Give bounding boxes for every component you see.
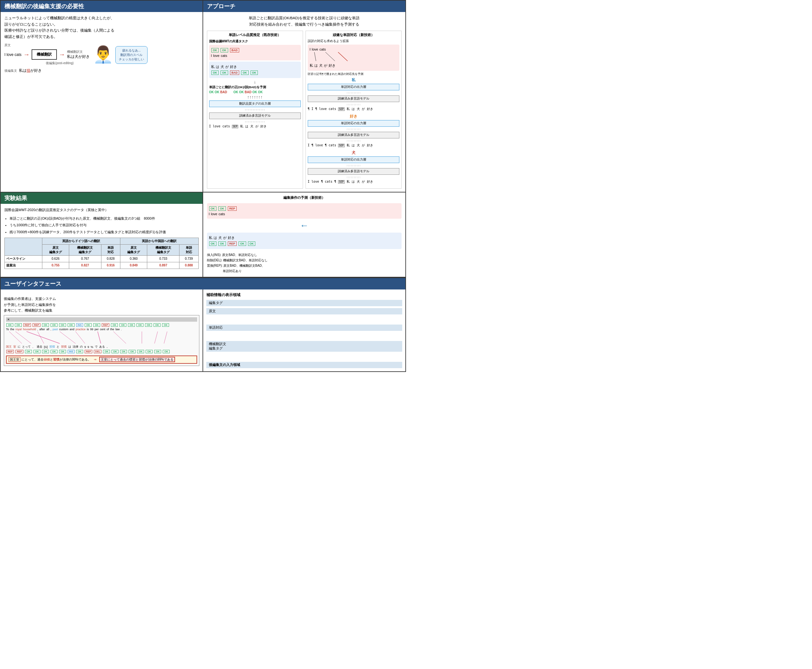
ep-tgt-ok4: OK [248,242,256,246]
th-src-zh: 原文編集タグ [121,244,147,255]
post-edit-row: 後編集文 私は猫が好き [4,68,90,73]
bullet-2: うち1000件に対して独自に人手で単語対応を付与 [10,222,199,228]
svg-line-0 [314,52,316,61]
experiment-description: 国際会議WMT-2020の翻訳品質推定タスクのデータ（英独と英中） [4,207,199,213]
output-box-3: 単語対応の出力層 [308,156,399,163]
tgt-word-3: 犬 [221,64,224,69]
svg-line-3 [9,331,22,343]
info-spacer-1 [206,316,403,323]
info-edittag: 編集タグ [206,300,403,306]
mockup-src-words: To the royal household , after all , pas… [6,328,197,331]
input-2: I ¶ love ¶ cats SEP 私 は 犬 が 好き [308,143,399,148]
tgt-word-2: は [216,64,219,69]
existing-tech-title: 単語レベル品質推定（既存技術） [209,33,301,37]
edit-input-area[interactable]: 国王室にとって、過去習慣と習慣が法律の99%である。 ⇒ 王室にとって過去の慣習… [6,356,197,364]
proposed-v4: 0.849 [121,262,147,269]
qe-section-title: 単語ごとに翻訳の正(OK)/誤(BAD)を予測 [209,85,301,89]
table-header-de: 英語からドイツ語への翻訳 [42,238,120,244]
svg-line-9 [97,331,101,343]
arrows-3: ↑↑↑↑↑↑↑↑↑↑ [308,91,399,94]
tgt-words-row: 私 は 犬 が 好き [211,64,299,69]
svg-line-12 [154,331,158,343]
mt-box: 機械翻訳 [32,49,57,60]
output-box-2: 単語対応の出力層 [308,120,399,127]
new-tech-watashi: 私 単語対応の出力層 ↑↑↑↑↑↑↑↑↑↑ 訓練済み多言語モデル ↑↑↑↑↑↑↑… [308,77,399,111]
svg-line-2 [338,52,347,61]
mt-output-area: 機械翻訳文 私は犬が好き [67,50,90,59]
baseline-v3: 0.828 [101,255,120,262]
new-tech-src-tgt: I love cats 私 は 犬 [308,45,399,71]
model-box-3: 訓練済み多言語モデル [308,168,399,175]
result-arrow: ⇒ [94,358,96,361]
diagram-left: 原文 I love cats → 機械翻訳 → 機械翻訳文 私は犬が好き 後編集… [4,43,90,73]
ep-tgt-ok1: OK [209,242,217,246]
okbad-src: OK OK BAD [209,91,227,94]
tgt-word-4: が [225,64,229,69]
output-layer-box: 翻訳品質タグの出力層 [209,101,301,107]
prediction-note: 区切り記号¶で囲まれた単語の対応先を予測 [308,72,399,76]
info-tango: 単語対応 [206,324,403,331]
src-word-love: love [213,54,220,57]
baseline-v6: 0.739 [180,255,198,262]
new-tech-col: 頑健な単語対応（新技術） 誤訳の対応も求めるよう拡張 I love cats [305,31,402,189]
experiment-content: 国際会議WMT-2020の翻訳品質推定タスクのデータ（英独と英中） 単語ごとに翻… [1,204,203,272]
info-spacer-2 [206,333,403,339]
arrow-right-2: → [59,51,65,58]
person-icon: 👨‍💼 [93,46,113,62]
ui-section: ユーザインタフェース 後編集の作業者は、支援システム が予測した単語対応と編集操… [1,277,405,371]
arrow-down-2: ↑↑↑↑↑↑↑ [209,94,301,99]
src-tag-ok2: OK [221,48,228,52]
mockup-header: ✕ [6,317,197,322]
info-items: 編集タグ 原文 単語対応 機械翻訳文編集タグ 後編集文の入力領域 [206,300,403,368]
approach-columns: 単語レベル品質推定（既存技術） 国際会議WMTの共通タスク OK OK BAD … [207,31,402,189]
panel-right-top: アプローチ 単語ごとに翻訳品質(OK/BAD)を推定する技術と誤りに頑健な単語 … [203,1,406,192]
svg-line-1 [325,52,335,61]
connection-lines [6,331,183,344]
row-name-proposed: 提案法 [5,262,42,269]
ui-inner: ユーザインタフェース 後編集の作業者は、支援システム が予測した単語対応と編集操… [1,278,405,371]
up-arrows-1: ↑↑↑↑↑↑↑↑↑↑↑↑↑ [209,108,301,111]
new-tech-subtitle: 誤訳の対応も求めるよう拡張 [308,39,399,43]
table-row-baseline: ベースライン 0.626 0.767 0.828 0.360 0.733 0.7… [5,255,199,262]
tgt-tag-ok2: OK [221,71,228,75]
panel-right-mid: 編集操作の予測（新技術） OK OK REP I love cats [203,192,406,277]
up-arrows-2: ↑↑↑↑↑↑↑↑↑↑↑↑↑ [209,120,301,124]
tgt-tag-bad: BAD [230,71,240,75]
svg-line-4 [15,331,31,343]
left-top-content: ニューラルネットによって機械翻訳の精度は大きく向上したが、 誤りがゼロになること… [1,12,203,76]
src-tag-bad: BAD [230,48,240,52]
big-left-arrow: ← [207,220,402,231]
row-name-baseline: ベースライン [5,255,42,262]
src-tags-row: OK OK BAD [211,48,299,53]
ep-tgt-rep: REP [228,242,237,246]
mockup-ja-words: 国王 室 に とって 、 過去 [G] 習慣 と 習慣 は 法律 の 9 [6,345,197,349]
mockup-ja-tags: REP REP OK OK OK OK OK INS OK REP DEL OK… [6,350,197,354]
result-text: 王室にとって過去の慣習と習慣が法律の99%である [99,357,175,362]
proposed-v2: 0.827 [69,262,101,269]
arrows-7: ↑↑↑↑↑↑↑↑↑↑ [308,164,399,167]
ep-src-rep: REP [228,206,237,211]
bullet-1: 単語ごとに翻訳の正(OK)/誤(BAD)が付与された原文、機械翻訳文、後編集文の… [10,215,199,222]
model-box-2: 訓練済み多言語モデル [308,132,399,138]
svg-line-10 [113,331,126,343]
translation-diagram: 原文 I love cats → 機械翻訳 → 機械翻訳文 私は犬が好き 後編集… [4,43,199,73]
rep-op: 置換(REP): 原文BAD、機械翻訳文BAD、 単語対応あり [207,263,402,274]
input-1: ¶ I ¶ love cats SEP 私 は 犬 が 好き [308,107,399,111]
word-inu: 犬 [308,150,399,155]
input-sentence: I love cats SEP 私 は 犬 が 好き [209,124,301,129]
th-align-zh: 単語対応 [180,244,198,255]
del-op: 削除(DEL): 機械翻訳文BAD、単語対応なし [207,257,402,263]
new-src-row: I love cats [310,47,398,51]
ep-tgt-ok2: OK [218,242,226,246]
baseline-v4: 0.360 [121,255,147,262]
speech-bubble: 疲れるなあ...翻訳用のスペルチェッカが欲しい [115,46,148,64]
edit-tgt-words: 私 は 犬 が 好き [209,235,400,240]
proposed-v6: 0.888 [180,262,198,269]
ui-mockup: ✕ OK OK REP REP OK OK OK OK INS OK OK [4,315,200,366]
right-top-content: 単語ごとに翻訳品質(OK/BAD)を推定する技術と誤りに頑健な単語 対応技術を組… [203,12,406,192]
info-postedit: 後編集文の入力領域 [206,362,403,368]
word-suki: 好き [308,114,399,119]
new-tech-inu: 犬 単語対応の出力層 ↑↑↑↑↑↑↑↑↑↑ 訓練済み多言語モデル ↑↑↑↑↑↑↑… [308,150,399,184]
src-word-cats: cats [221,54,227,57]
table-col-empty [5,238,42,255]
